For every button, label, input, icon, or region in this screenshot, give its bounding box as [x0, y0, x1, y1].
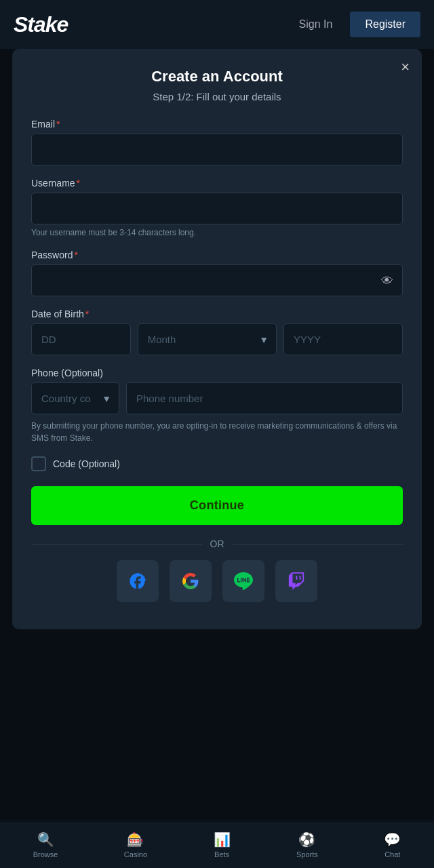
bets-icon: 📊 [214, 831, 231, 848]
password-wrapper: 👁 [31, 264, 403, 296]
phone-disclaimer: By submitting your phone number, you are… [31, 420, 403, 444]
modal-title: Create an Account [31, 68, 403, 85]
phone-field-group: Phone (Optional) Country co +1 US +44 UK… [31, 368, 403, 444]
or-line-left [31, 544, 202, 545]
toggle-password-icon[interactable]: 👁 [381, 273, 393, 288]
country-code-wrapper: Country co +1 US +44 UK +61 AU +81 JP ▼ [31, 382, 119, 414]
modal-subtitle: Step 1/2: Fill out your details [31, 91, 403, 102]
nav-browse[interactable]: 🔍 Browse [33, 831, 58, 859]
dob-row: Month January February March April May J… [31, 323, 403, 355]
nav-chat[interactable]: 💬 Chat [384, 831, 401, 859]
phone-label: Phone (Optional) [31, 368, 403, 378]
browse-icon: 🔍 [37, 831, 54, 848]
dob-year-wrapper [283, 323, 403, 355]
sports-label: Sports [296, 850, 318, 859]
country-code-select[interactable]: Country co +1 US +44 UK +61 AU +81 JP [31, 382, 119, 414]
chat-icon: 💬 [384, 831, 401, 848]
email-label: Email* [31, 119, 403, 130]
sports-icon: ⚽ [298, 831, 315, 848]
facebook-login-button[interactable] [117, 560, 159, 602]
header: Stake Sign In Register [0, 0, 434, 49]
username-field-group: Username* Your username must be 3-14 cha… [31, 178, 403, 237]
dob-year-input[interactable] [283, 323, 403, 355]
password-field-group: Password* 👁 [31, 250, 403, 296]
phone-number-input[interactable] [126, 382, 403, 414]
close-button[interactable]: × [401, 60, 410, 75]
chat-label: Chat [384, 850, 400, 859]
register-button[interactable]: Register [350, 12, 420, 37]
code-checkbox[interactable] [31, 456, 46, 471]
dob-month-select[interactable]: Month January February March April May J… [138, 323, 277, 355]
or-divider: OR [31, 538, 403, 549]
casino-label: Casino [124, 850, 147, 859]
casino-icon: 🎰 [127, 831, 144, 848]
bets-label: Bets [214, 850, 229, 859]
password-label: Password* [31, 250, 403, 260]
bottom-nav: 🔍 Browse 🎰 Casino 📊 Bets ⚽ Sports 💬 Chat [0, 821, 434, 868]
or-text: OR [210, 538, 224, 549]
dob-day-wrapper [31, 323, 131, 355]
continue-button[interactable]: Continue [31, 486, 403, 525]
dob-day-input[interactable] [31, 323, 131, 355]
code-checkbox-row: Code (Optional) [31, 456, 403, 471]
email-field-group: Email* [31, 119, 403, 165]
phone-number-wrapper [126, 382, 403, 414]
logo: Stake [14, 12, 68, 37]
password-input[interactable] [31, 264, 403, 296]
nav-sports[interactable]: ⚽ Sports [296, 831, 318, 859]
username-label: Username* [31, 178, 403, 189]
email-input[interactable] [31, 134, 403, 165]
username-hint: Your username must be 3-14 characters lo… [31, 228, 403, 237]
line-login-button[interactable] [222, 560, 264, 602]
social-login-row [31, 560, 403, 602]
browse-label: Browse [33, 850, 58, 859]
nav-casino[interactable]: 🎰 Casino [124, 831, 147, 859]
username-input[interactable] [31, 193, 403, 224]
dob-field-group: Date of Birth* Month January February Ma… [31, 309, 403, 355]
dob-label: Date of Birth* [31, 309, 403, 319]
google-login-button[interactable] [170, 560, 212, 602]
registration-modal: × Create an Account Step 1/2: Fill out y… [12, 49, 422, 629]
signin-button[interactable]: Sign In [288, 12, 344, 37]
header-buttons: Sign In Register [288, 12, 420, 37]
phone-row: Country co +1 US +44 UK +61 AU +81 JP ▼ [31, 382, 403, 414]
code-label: Code (Optional) [53, 458, 120, 469]
or-line-right [233, 544, 403, 545]
dob-month-wrapper: Month January February March April May J… [138, 323, 277, 355]
nav-bets[interactable]: 📊 Bets [214, 831, 231, 859]
twitch-login-button[interactable] [275, 560, 317, 602]
